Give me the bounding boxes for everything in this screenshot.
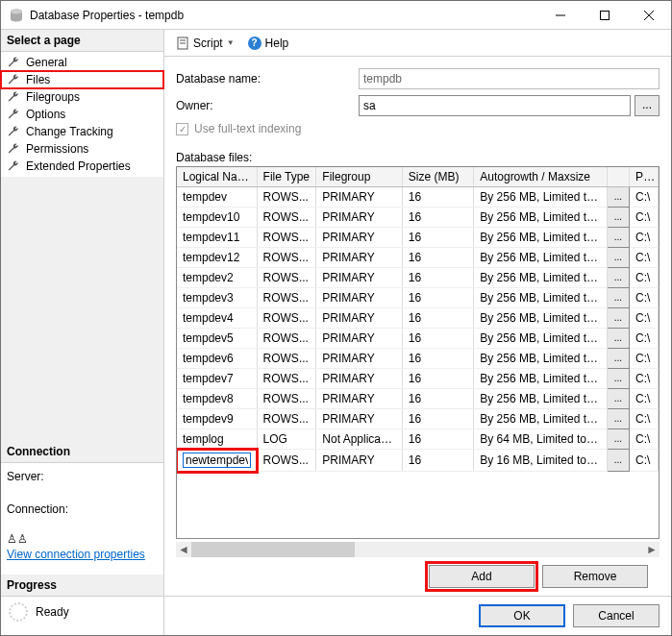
script-button[interactable]: Script ▼ [172, 35, 238, 52]
cell-path[interactable]: C:\ [630, 268, 659, 288]
sidebar-item-extended-properties[interactable]: Extended Properties [1, 158, 163, 175]
cell-size[interactable]: 16 [402, 268, 474, 288]
cell-path[interactable]: C:\ [630, 248, 659, 268]
scroll-right-icon[interactable]: ► [644, 542, 660, 557]
cell-path[interactable]: C:\ [630, 369, 659, 389]
cell-logical[interactable]: tempdev [177, 187, 257, 208]
cell-filetype[interactable]: ROWS... [257, 187, 316, 208]
cell-autogrowth[interactable]: By 256 MB, Limited to ... [474, 208, 607, 228]
cell-filetype[interactable]: ROWS... [257, 268, 316, 288]
autogrowth-browse-button[interactable]: ... [607, 228, 629, 248]
autogrowth-browse-button[interactable]: ... [607, 329, 629, 349]
table-row[interactable]: tempdev10ROWS...PRIMARY16By 256 MB, Limi… [177, 208, 659, 228]
cell-autogrowth[interactable]: By 16 MB, Limited to 2... [474, 450, 607, 472]
add-button[interactable]: Add [429, 565, 535, 588]
cell-path[interactable]: C:\ [630, 329, 659, 349]
sidebar-item-general[interactable]: General [1, 54, 163, 71]
table-row[interactable]: ROWS...PRIMARY16By 16 MB, Limited to 2..… [177, 450, 659, 472]
cell-logical[interactable]: tempdev4 [177, 308, 257, 329]
grid-hscrollbar[interactable]: ◄ ► [176, 542, 660, 557]
cell-filegroup[interactable]: Not Applicable [316, 429, 402, 450]
cell-size[interactable]: 16 [402, 248, 474, 268]
cell-autogrowth[interactable]: By 256 MB, Limited to ... [474, 187, 607, 208]
cell-filetype[interactable]: ROWS... [257, 208, 316, 228]
col-size[interactable]: Size (MB) [402, 167, 474, 187]
logical-name-input[interactable] [183, 453, 251, 468]
cell-path[interactable]: C:\ [630, 288, 659, 308]
cell-filetype[interactable]: ROWS... [257, 329, 316, 349]
cell-size[interactable]: 16 [402, 450, 474, 472]
cell-size[interactable]: 16 [402, 308, 474, 329]
cell-filetype[interactable]: ROWS... [257, 409, 316, 429]
cell-logical[interactable]: tempdev6 [177, 349, 257, 369]
cell-path[interactable]: C:\ [630, 208, 659, 228]
cell-logical[interactable]: tempdev7 [177, 369, 257, 389]
cell-filegroup[interactable]: PRIMARY [316, 329, 402, 349]
cell-path[interactable]: C:\ [630, 389, 659, 409]
scroll-left-icon[interactable]: ◄ [176, 542, 191, 557]
autogrowth-browse-button[interactable]: ... [607, 288, 629, 308]
view-connection-link[interactable]: View connection properties [7, 546, 145, 563]
col-autogrowth[interactable]: Autogrowth / Maxsize [474, 167, 607, 187]
cell-path[interactable]: C:\ [630, 409, 659, 429]
cell-filetype[interactable]: ROWS... [257, 248, 316, 268]
cell-path[interactable]: C:\ [630, 228, 659, 248]
maximize-button[interactable] [583, 1, 627, 29]
sidebar-item-files[interactable]: Files [1, 71, 163, 88]
cell-autogrowth[interactable]: By 256 MB, Limited to ... [474, 268, 607, 288]
cell-logical[interactable]: tempdev2 [177, 268, 257, 288]
sidebar-item-change-tracking[interactable]: Change Tracking [1, 123, 163, 140]
cell-autogrowth[interactable]: By 256 MB, Limited to ... [474, 409, 607, 429]
cell-filegroup[interactable]: PRIMARY [316, 187, 402, 208]
cell-size[interactable]: 16 [402, 389, 474, 409]
cell-filetype[interactable]: ROWS... [257, 308, 316, 329]
cell-autogrowth[interactable]: By 256 MB, Limited to ... [474, 369, 607, 389]
cell-size[interactable]: 16 [402, 228, 474, 248]
cell-filetype[interactable]: ROWS... [257, 228, 316, 248]
table-row[interactable]: tempdevROWS...PRIMARY16By 256 MB, Limite… [177, 187, 659, 208]
cell-logical[interactable]: tempdev12 [177, 248, 257, 268]
cell-size[interactable]: 16 [402, 369, 474, 389]
cell-filegroup[interactable]: PRIMARY [316, 208, 402, 228]
cell-logical[interactable]: tempdev11 [177, 228, 257, 248]
autogrowth-browse-button[interactable]: ... [607, 187, 629, 208]
autogrowth-browse-button[interactable]: ... [607, 369, 629, 389]
table-row[interactable]: tempdev3ROWS...PRIMARY16By 256 MB, Limit… [177, 288, 659, 308]
cell-filegroup[interactable]: PRIMARY [316, 228, 402, 248]
cell-size[interactable]: 16 [402, 187, 474, 208]
col-filetype[interactable]: File Type [257, 167, 316, 187]
cell-path[interactable]: C:\ [630, 187, 659, 208]
close-button[interactable] [627, 1, 671, 29]
remove-button[interactable]: Remove [542, 565, 648, 588]
cell-path[interactable]: C:\ [630, 450, 659, 472]
col-logical[interactable]: Logical Name [177, 167, 257, 187]
minimize-button[interactable] [538, 1, 583, 29]
dbfiles-grid[interactable]: Logical Name File Type Filegroup Size (M… [176, 166, 660, 539]
cell-filetype[interactable]: ROWS... [257, 369, 316, 389]
autogrowth-browse-button[interactable]: ... [607, 308, 629, 329]
table-row[interactable]: tempdev6ROWS...PRIMARY16By 256 MB, Limit… [177, 349, 659, 369]
cell-autogrowth[interactable]: By 256 MB, Limited to ... [474, 329, 607, 349]
cell-filetype[interactable]: LOG [257, 429, 316, 450]
sidebar-item-options[interactable]: Options [1, 106, 163, 123]
table-row[interactable]: tempdev2ROWS...PRIMARY16By 256 MB, Limit… [177, 268, 659, 288]
cell-logical[interactable]: tempdev3 [177, 288, 257, 308]
table-row[interactable]: tempdev9ROWS...PRIMARY16By 256 MB, Limit… [177, 409, 659, 429]
table-row[interactable]: tempdev4ROWS...PRIMARY16By 256 MB, Limit… [177, 308, 659, 329]
autogrowth-browse-button[interactable]: ... [607, 349, 629, 369]
help-button[interactable]: ? Help [244, 35, 293, 52]
cell-autogrowth[interactable]: By 64 MB, Limited to 1... [474, 429, 607, 450]
scroll-thumb[interactable] [191, 542, 355, 557]
cell-filegroup[interactable]: PRIMARY [316, 288, 402, 308]
cell-size[interactable]: 16 [402, 208, 474, 228]
autogrowth-browse-button[interactable]: ... [607, 389, 629, 409]
owner-input[interactable] [359, 95, 631, 116]
cell-filetype[interactable]: ROWS... [257, 288, 316, 308]
cell-filetype[interactable]: ROWS... [257, 450, 316, 472]
cell-logical[interactable]: tempdev9 [177, 409, 257, 429]
cell-path[interactable]: C:\ [630, 308, 659, 329]
cell-path[interactable]: C:\ [630, 429, 659, 450]
cell-autogrowth[interactable]: By 256 MB, Limited to ... [474, 308, 607, 329]
table-row[interactable]: tempdev8ROWS...PRIMARY16By 256 MB, Limit… [177, 389, 659, 409]
cell-logical[interactable]: tempdev5 [177, 329, 257, 349]
